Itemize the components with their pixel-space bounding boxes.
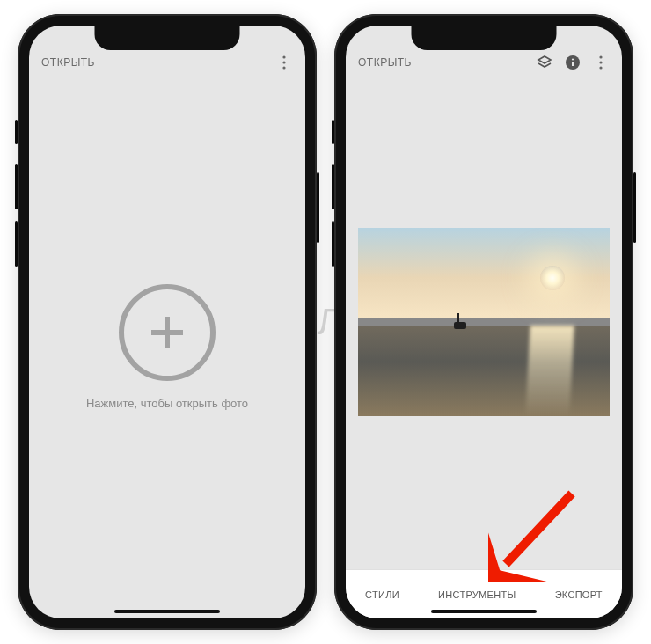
svg-point-0 (282, 55, 285, 58)
plus-icon (119, 284, 216, 381)
more-icon[interactable] (592, 54, 610, 71)
svg-rect-6 (572, 62, 574, 66)
svg-point-1 (282, 61, 285, 63)
more-icon[interactable] (275, 54, 293, 71)
home-indicator[interactable] (431, 610, 537, 613)
svg-point-7 (572, 58, 574, 60)
info-icon[interactable] (564, 54, 582, 71)
notch (95, 26, 240, 50)
empty-content[interactable]: Нажмите, чтобы открыть фото (29, 75, 305, 618)
empty-state-hint: Нажмите, чтобы открыть фото (86, 397, 248, 410)
svg-point-9 (599, 61, 602, 63)
tab-export[interactable]: ЭКСПОРТ (555, 589, 603, 600)
phone-right: ОТКРЫТЬ (334, 14, 633, 630)
svg-point-8 (599, 55, 602, 58)
screen-right: ОТКРЫТЬ (346, 26, 622, 618)
layers-icon[interactable] (536, 54, 553, 71)
notch (412, 26, 557, 50)
phone-left: ОТКРЫТЬ Нажмите, чтобы открыть фото (18, 14, 317, 630)
svg-point-2 (282, 66, 285, 69)
photo-content[interactable] (346, 75, 622, 569)
open-button[interactable]: ОТКРЫТЬ (358, 56, 412, 69)
svg-point-10 (599, 66, 602, 69)
tab-tools[interactable]: ИНСТРУМЕНТЫ (438, 589, 516, 600)
home-indicator[interactable] (114, 610, 220, 613)
open-button[interactable]: ОТКРЫТЬ (41, 56, 95, 69)
screen-left: ОТКРЫТЬ Нажмите, чтобы открыть фото (29, 26, 305, 618)
loaded-photo (358, 228, 610, 417)
tab-styles[interactable]: СТИЛИ (365, 589, 399, 600)
